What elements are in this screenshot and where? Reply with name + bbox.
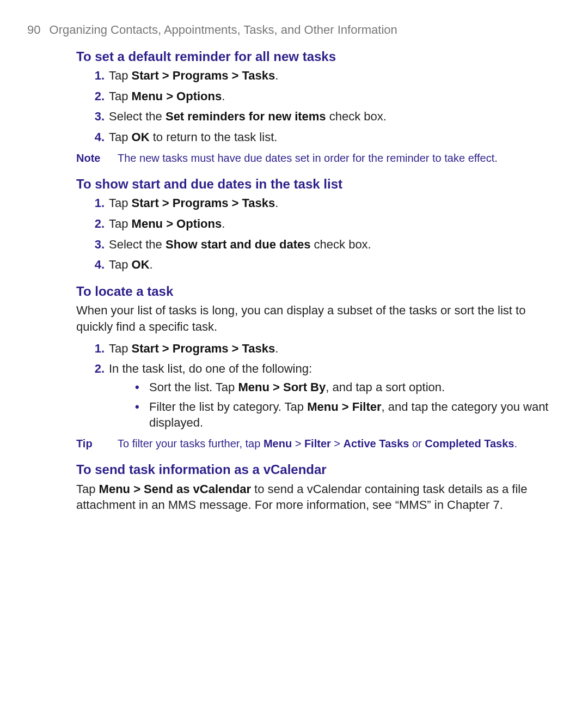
note-block: Note The new tasks must have due dates s… <box>76 151 555 166</box>
bullet-text: Sort the list. Tap <box>149 380 238 394</box>
note-label: Note <box>76 151 118 166</box>
step-bold: OK <box>132 258 150 271</box>
tip-segment: > <box>331 438 344 449</box>
section-title-show-dates: To show start and due dates in the task … <box>76 175 555 193</box>
tip-label: Tip <box>76 436 118 451</box>
step-marker: 4. <box>89 129 105 145</box>
step-text: . <box>150 258 153 271</box>
step-text: In the task list, do one of the followin… <box>109 362 312 375</box>
tip-block: Tip To filter your tasks further, tap Me… <box>76 436 555 451</box>
step-item: 1. Tap Start > Programs > Tasks. <box>96 195 555 211</box>
bullet-text: Filter the list by category. Tap <box>149 400 307 414</box>
step-bold: Show start and due dates <box>166 238 311 251</box>
step-marker: 1. <box>89 341 105 357</box>
step-text: Tap <box>109 69 132 82</box>
bullet-text: , and tap a sort option. <box>326 380 445 394</box>
tip-bold: Active Tasks <box>344 438 409 449</box>
step-item: 2. In the task list, do one of the follo… <box>96 361 555 431</box>
step-item: 3. Select the Show start and due dates c… <box>96 236 555 253</box>
tip-bold: Completed Tasks <box>425 438 514 449</box>
bullet-bold: Menu > Sort By <box>238 380 326 394</box>
para-bold: Menu > Send as vCalendar <box>99 482 251 496</box>
bullet-item: • Sort the list. Tap Menu > Sort By, and… <box>138 379 555 396</box>
step-text: . <box>222 217 225 230</box>
tip-segment: > <box>292 438 304 449</box>
step-item: 1. Tap Start > Programs > Tasks. <box>96 68 555 84</box>
section-title-default-reminder: To set a default reminder for all new ta… <box>76 48 555 65</box>
step-marker: 3. <box>89 236 105 253</box>
step-text: . <box>275 69 278 82</box>
bullet-icon: • <box>135 399 139 415</box>
step-marker: 2. <box>89 361 105 377</box>
step-bold: Menu > Options <box>132 89 222 103</box>
bullet-item: • Filter the list by category. Tap Menu … <box>138 399 555 431</box>
step-text: . <box>275 342 278 355</box>
step-marker: 2. <box>89 216 105 232</box>
step-item: 2. Tap Menu > Options. <box>96 216 555 232</box>
step-marker: 2. <box>89 88 105 105</box>
section-title-locate-task: To locate a task <box>76 283 555 300</box>
step-text: Tap <box>109 89 132 103</box>
steps-show-dates: 1. Tap Start > Programs > Tasks. 2. Tap … <box>76 195 555 273</box>
page-number: 90 <box>27 23 40 37</box>
page-content: To set a default reminder for all new ta… <box>76 48 555 513</box>
step-item: 4. Tap OK. <box>96 257 555 273</box>
section-intro-locate-task: When your list of tasks is long, you can… <box>76 302 555 335</box>
step-bold: OK <box>132 130 150 144</box>
step-text: check box. <box>326 110 387 123</box>
note-text: The new tasks must have due dates set in… <box>118 151 555 166</box>
step-marker: 1. <box>89 68 105 84</box>
step-bold: Start > Programs > Tasks <box>132 342 275 355</box>
step-item: 1. Tap Start > Programs > Tasks. <box>96 341 555 357</box>
sub-bullets: • Sort the list. Tap Menu > Sort By, and… <box>109 379 555 431</box>
step-text: Tap <box>109 258 132 271</box>
step-text: . <box>275 196 278 210</box>
tip-bold: Menu <box>264 438 292 449</box>
step-bold: Start > Programs > Tasks <box>132 69 275 82</box>
step-item: 4. Tap OK to return to the task list. <box>96 129 555 145</box>
tip-bold: Filter <box>304 438 331 449</box>
step-bold: Start > Programs > Tasks <box>132 196 275 210</box>
chapter-title: Organizing Contacts, Appointments, Tasks… <box>50 23 397 37</box>
step-item: 2. Tap Menu > Options. <box>96 88 555 105</box>
para-text: Tap <box>76 482 99 496</box>
page-header: 90 Organizing Contacts, Appointments, Ta… <box>27 22 555 38</box>
tip-segment: or <box>409 438 425 449</box>
step-marker: 1. <box>89 195 105 211</box>
step-text: Select the <box>109 110 166 123</box>
step-bold: Set reminders for new items <box>166 110 326 123</box>
step-text: Tap <box>109 342 132 355</box>
steps-locate-task: 1. Tap Start > Programs > Tasks. 2. In t… <box>76 341 555 431</box>
tip-segment: . <box>514 438 517 449</box>
step-text: . <box>222 89 225 103</box>
step-marker: 4. <box>89 257 105 273</box>
step-text: Tap <box>109 217 132 230</box>
steps-default-reminder: 1. Tap Start > Programs > Tasks. 2. Tap … <box>76 68 555 145</box>
step-text: Select the <box>109 238 166 251</box>
bullet-bold: Menu > Filter <box>307 400 381 414</box>
step-item: 3. Select the Set reminders for new item… <box>96 108 555 125</box>
section-title-send-vcalendar: To send task information as a vCalendar <box>76 461 555 478</box>
tip-text: To filter your tasks further, tap Menu >… <box>118 436 555 451</box>
bullet-icon: • <box>135 379 139 396</box>
step-marker: 3. <box>89 108 105 125</box>
step-text: Tap <box>109 130 132 144</box>
step-text: to return to the task list. <box>150 130 278 144</box>
step-text: check box. <box>310 238 371 251</box>
section-body-send-vcalendar: Tap Menu > Send as vCalendar to send a v… <box>76 481 555 513</box>
step-bold: Menu > Options <box>132 217 222 230</box>
tip-segment: To filter your tasks further, tap <box>118 438 264 449</box>
step-text: Tap <box>109 196 132 210</box>
